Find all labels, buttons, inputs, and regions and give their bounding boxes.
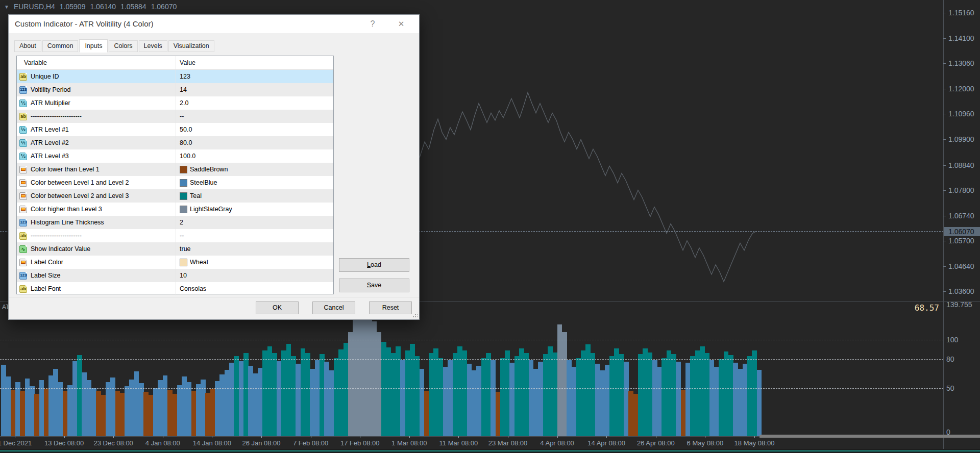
- cancel-button[interactable]: Cancel: [312, 301, 355, 314]
- variable-cell: abLabel Font: [17, 282, 176, 295]
- load-button[interactable]: Load: [339, 258, 409, 272]
- histogram-bar: [743, 364, 748, 436]
- price-axis-label: 1.12000: [948, 85, 974, 93]
- color-param-icon: [19, 259, 27, 266]
- histogram-bar: [424, 391, 429, 436]
- histogram-bar: [410, 344, 415, 436]
- price-axis-tick: [943, 139, 946, 140]
- table-row[interactable]: ab--------------------------: [17, 229, 333, 242]
- histogram-bar: [505, 350, 510, 436]
- histogram-bar: [429, 353, 434, 436]
- ok-button[interactable]: OK: [256, 301, 299, 314]
- indicator-value-label: 68.57: [863, 303, 939, 313]
- time-axis-label: 1 Mar 08:00: [391, 439, 427, 447]
- value-cell[interactable]: Consolas: [176, 282, 333, 295]
- indicator-properties-dialog: Custom Indicator - ATR Volitility (4 Col…: [8, 14, 420, 320]
- table-row[interactable]: Color lower than Level 1SaddleBrown: [17, 163, 333, 176]
- histogram-bar: [34, 394, 39, 436]
- value-cell[interactable]: 14: [176, 83, 333, 96]
- value-cell[interactable]: SaddleBrown: [176, 163, 333, 176]
- param-value: true: [180, 245, 191, 253]
- table-row[interactable]: 123Voltility Period14: [17, 83, 333, 96]
- symbol-dropdown-icon[interactable]: ▼: [4, 4, 9, 10]
- table-row[interactable]: ∿Show Indicator Valuetrue: [17, 242, 333, 256]
- price-axis-label: 1.04640: [948, 262, 974, 270]
- value-cell[interactable]: 10: [176, 269, 333, 282]
- value-cell[interactable]: SteelBlue: [176, 176, 333, 189]
- column-header-value[interactable]: Value: [176, 56, 333, 69]
- horizontal-scrollbar[interactable]: [760, 435, 980, 438]
- value-cell[interactable]: 123: [176, 70, 333, 83]
- tab-levels[interactable]: Levels: [139, 40, 167, 52]
- dialog-title: Custom Indicator - ATR Volitility (4 Col…: [15, 15, 153, 33]
- value-cell[interactable]: 50.0: [176, 123, 333, 136]
- tab-colors[interactable]: Colors: [109, 40, 137, 52]
- value-cell[interactable]: 2.0: [176, 96, 333, 110]
- histogram-bar: [496, 392, 501, 436]
- atr-histogram[interactable]: [1, 302, 943, 436]
- variable-cell: 123Histogram Line Thickness: [17, 216, 176, 229]
- histogram-bar: [87, 380, 92, 436]
- value-cell[interactable]: Teal: [176, 189, 333, 203]
- ohlc-high: 1.06140: [90, 3, 116, 11]
- table-row[interactable]: Color between Level 1 and Level 2SteelBl…: [17, 176, 333, 189]
- tab-about[interactable]: About: [14, 40, 41, 52]
- histogram-bar: [125, 386, 130, 436]
- param-label: Label Size: [31, 272, 60, 279]
- table-row[interactable]: ½ATR Multiplier2.0: [17, 96, 333, 110]
- histogram-bar: [443, 367, 448, 436]
- time-axis-tick: [705, 436, 705, 438]
- histogram-bar: [752, 350, 757, 436]
- histogram-bar: [134, 371, 139, 436]
- param-label: Voltility Period: [31, 86, 71, 93]
- symbol-bar: ▼ EURUSD,H4 1.05909 1.06140 1.05884 1.06…: [4, 3, 177, 11]
- color-swatch: [180, 259, 187, 266]
- value-cell[interactable]: 2: [176, 216, 333, 229]
- price-axis-tick: [943, 63, 946, 64]
- price-axis-label: 1.15160: [948, 9, 974, 17]
- param-label: ------------------------: [31, 232, 82, 239]
- histogram-bar: [719, 359, 724, 436]
- value-cell[interactable]: --: [176, 110, 333, 123]
- histogram-bar: [357, 302, 362, 436]
- table-row[interactable]: abUnique ID123: [17, 70, 333, 83]
- table-row[interactable]: Color higher than Level 3LightSlateGray: [17, 203, 333, 216]
- table-row[interactable]: ab--------------------------: [17, 110, 333, 123]
- table-row[interactable]: ½ATR Level #150.0: [17, 123, 333, 136]
- reset-button[interactable]: Reset: [369, 301, 412, 314]
- value-cell[interactable]: Wheat: [176, 256, 333, 269]
- histogram-bar: [39, 380, 44, 436]
- resize-grip-icon[interactable]: [412, 313, 418, 318]
- table-row[interactable]: Label ColorWheat: [17, 256, 333, 269]
- save-button[interactable]: Save: [339, 279, 409, 292]
- table-row[interactable]: 123Histogram Line Thickness2: [17, 216, 333, 229]
- price-axis-label: 1.09900: [948, 135, 974, 143]
- value-cell[interactable]: 100.0: [176, 149, 333, 163]
- table-row[interactable]: Color between Level 2 and Level 3Teal: [17, 189, 333, 203]
- indicator-level-line: [0, 359, 943, 360]
- histogram-bar: [286, 344, 291, 436]
- value-cell[interactable]: true: [176, 242, 333, 256]
- column-header-variable[interactable]: Variable: [17, 56, 176, 69]
- value-cell[interactable]: LightSlateGray: [176, 203, 333, 216]
- param-value: 123: [180, 73, 190, 80]
- dialog-title-bar[interactable]: Custom Indicator - ATR Volitility (4 Col…: [9, 15, 419, 33]
- value-cell[interactable]: --: [176, 229, 333, 242]
- histogram-bar: [91, 388, 96, 437]
- param-value: LightSlateGray: [190, 206, 232, 213]
- help-icon[interactable]: ?: [367, 15, 378, 33]
- histogram-bar: [25, 379, 30, 436]
- value-cell[interactable]: 80.0: [176, 136, 333, 149]
- tab-common[interactable]: Common: [42, 40, 79, 52]
- table-row[interactable]: abLabel FontConsolas: [17, 282, 333, 295]
- histogram-bar: [543, 354, 548, 436]
- table-row[interactable]: 123Label Size10: [17, 269, 333, 282]
- tab-visualization[interactable]: Visualization: [168, 40, 214, 52]
- time-axis-label: 13 Dec 08:00: [44, 439, 84, 447]
- close-icon[interactable]: ✕: [396, 15, 407, 33]
- table-row[interactable]: ½ATR Level #3100.0: [17, 149, 333, 163]
- table-row[interactable]: ½ATR Level #280.0: [17, 136, 333, 149]
- tab-inputs[interactable]: Inputs: [79, 39, 108, 53]
- histogram-bar: [438, 358, 444, 436]
- price-axis-tick: [943, 190, 946, 191]
